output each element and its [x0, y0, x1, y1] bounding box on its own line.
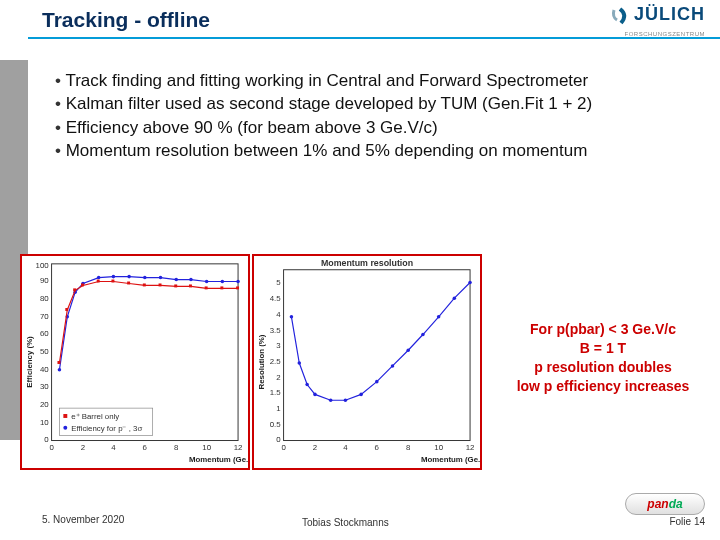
svg-point-81	[406, 348, 410, 352]
svg-point-72	[290, 315, 294, 319]
svg-text:10: 10	[40, 418, 49, 427]
svg-text:2: 2	[276, 373, 280, 382]
julich-logo: JÜLICH FORSCHUNGSZENTRUM	[610, 4, 705, 38]
svg-text:6: 6	[143, 443, 148, 452]
series-blue-markers	[58, 275, 240, 372]
svg-point-32	[221, 280, 225, 284]
svg-text:2: 2	[313, 443, 317, 452]
svg-point-74	[305, 383, 309, 387]
julich-logo-sub: FORSCHUNGSZENTRUM	[625, 31, 706, 37]
svg-text:12: 12	[234, 443, 243, 452]
series-blue	[59, 277, 238, 370]
svg-text:0: 0	[281, 443, 286, 452]
y-axis-label: Efficiency (%)	[25, 336, 34, 388]
footer-folie: Folie 14	[669, 516, 705, 527]
svg-rect-43	[174, 284, 177, 287]
note-line: For p(pbar) < 3 Ge.V/c	[498, 320, 708, 339]
svg-rect-40	[127, 282, 130, 285]
svg-text:3.5: 3.5	[270, 326, 282, 335]
resolution-chart: Momentum resolution Resolution (%) 0 0.5…	[252, 254, 482, 470]
svg-rect-38	[97, 280, 100, 283]
x-ticks: 0 2 4 6 8 10 12	[49, 443, 242, 452]
svg-text:20: 20	[40, 400, 49, 409]
svg-text:1: 1	[276, 404, 280, 413]
svg-point-33	[236, 280, 240, 284]
svg-rect-45	[205, 286, 208, 289]
bullet-item: Kalman filter used as second stage devel…	[55, 93, 700, 114]
svg-text:4.5: 4.5	[270, 294, 282, 303]
svg-text:6: 6	[375, 443, 380, 452]
svg-text:30: 30	[40, 382, 49, 391]
svg-point-73	[298, 361, 302, 365]
series-blue-markers	[290, 281, 472, 402]
svg-text:4: 4	[276, 310, 281, 319]
svg-text:10: 10	[202, 443, 211, 452]
y-ticks: 0 10 20 30 40 50 60 70 80 90 100	[36, 261, 50, 445]
julich-mark-icon	[610, 7, 630, 27]
svg-rect-44	[189, 284, 192, 287]
svg-text:10: 10	[434, 443, 443, 452]
svg-text:60: 60	[40, 329, 49, 338]
svg-point-85	[468, 281, 472, 285]
svg-text:90: 90	[40, 276, 49, 285]
julich-logo-text: JÜLICH	[634, 4, 705, 24]
svg-text:3: 3	[276, 341, 281, 350]
svg-text:50: 50	[40, 347, 49, 356]
svg-point-24	[97, 276, 101, 280]
svg-text:2.5: 2.5	[270, 357, 282, 366]
series-red	[59, 282, 238, 363]
right-notes: For p(pbar) < 3 Ge.V/c B = 1 T p resolut…	[498, 320, 708, 396]
bullet-item: Efficiency above 90 % (for beam above 3 …	[55, 117, 700, 138]
svg-point-83	[437, 315, 441, 319]
svg-text:2: 2	[81, 443, 85, 452]
svg-text:12: 12	[466, 443, 475, 452]
svg-text:0.5: 0.5	[270, 420, 282, 429]
efficiency-chart: Efficiency (%) 0 10 20 30 40 50 60 70 80…	[20, 254, 250, 470]
y-axis-label: Resolution (%)	[257, 334, 266, 389]
svg-point-29	[174, 278, 178, 282]
svg-text:e⁺ Barrel only: e⁺ Barrel only	[71, 412, 119, 421]
note-line: low p efficiency increases	[498, 377, 708, 396]
svg-point-82	[421, 333, 425, 337]
plot-frame	[284, 270, 470, 441]
svg-rect-39	[111, 280, 114, 283]
svg-rect-49	[63, 414, 67, 418]
svg-rect-41	[143, 283, 146, 286]
svg-text:1.5: 1.5	[270, 388, 282, 397]
svg-text:70: 70	[40, 312, 49, 321]
svg-rect-35	[65, 308, 68, 311]
svg-point-31	[205, 280, 209, 284]
svg-rect-34	[57, 361, 60, 364]
svg-point-75	[313, 393, 317, 397]
panda-logo: panda	[625, 493, 705, 515]
svg-text:4: 4	[343, 443, 348, 452]
svg-text:Efficiency for p⁻ , 3σ: Efficiency for p⁻ , 3σ	[71, 424, 142, 433]
svg-point-78	[359, 393, 363, 397]
chart-title: Momentum resolution	[321, 258, 413, 268]
svg-rect-47	[236, 286, 239, 289]
svg-point-80	[391, 364, 395, 368]
svg-text:8: 8	[406, 443, 411, 452]
svg-text:8: 8	[174, 443, 179, 452]
series-red-markers	[57, 280, 239, 364]
svg-point-25	[112, 275, 116, 279]
svg-point-77	[344, 399, 348, 403]
footer-date: 5. November 2020	[42, 514, 124, 525]
svg-rect-46	[220, 286, 223, 289]
svg-point-51	[63, 426, 67, 430]
svg-point-79	[375, 380, 379, 384]
panda-text-2: da	[669, 497, 683, 511]
svg-rect-37	[81, 283, 84, 286]
note-line: p resolution doubles	[498, 358, 708, 377]
svg-point-76	[329, 399, 333, 403]
svg-text:Resolution (%): Resolution (%)	[257, 334, 266, 389]
legend: e⁺ Barrel only Efficiency for p⁻ , 3σ	[59, 408, 152, 435]
y-ticks: 0 0.5 1 1.5 2 2.5 3 3.5 4 4.5 5	[270, 278, 282, 444]
bullet-item: Track finding and fitting working in Cen…	[55, 70, 700, 91]
panda-text-1: pan	[647, 497, 668, 511]
svg-text:0: 0	[49, 443, 54, 452]
svg-point-27	[143, 276, 147, 280]
svg-point-30	[189, 278, 193, 282]
svg-point-20	[58, 368, 62, 372]
x-ticks: 0 2 4 6 8 10 12	[281, 443, 474, 452]
